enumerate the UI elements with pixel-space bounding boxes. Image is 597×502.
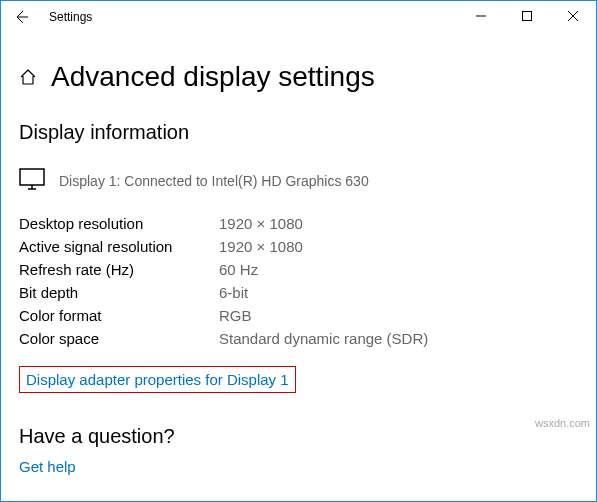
minimize-icon <box>476 11 486 21</box>
info-label: Refresh rate (Hz) <box>19 258 219 281</box>
info-value: RGB <box>219 304 428 327</box>
info-value: 1920 × 1080 <box>219 212 428 235</box>
table-row: Desktop resolution 1920 × 1080 <box>19 212 428 235</box>
question-section: Have a question? Get help <box>19 425 578 476</box>
question-title: Have a question? <box>19 425 578 448</box>
info-value: Standard dynamic range (SDR) <box>219 327 428 350</box>
close-button[interactable] <box>550 1 596 31</box>
display-adapter-properties-link[interactable]: Display adapter properties for Display 1 <box>19 366 296 393</box>
monitor-icon <box>19 168 45 194</box>
page-header: Advanced display settings <box>19 61 578 93</box>
display-info-table: Desktop resolution 1920 × 1080 Active si… <box>19 212 428 350</box>
info-value: 6-bit <box>219 281 428 304</box>
display-info-title: Display information <box>19 121 578 144</box>
titlebar: Settings <box>1 1 596 33</box>
table-row: Color space Standard dynamic range (SDR) <box>19 327 428 350</box>
home-icon <box>19 68 37 86</box>
maximize-icon <box>522 11 532 21</box>
table-row: Bit depth 6-bit <box>19 281 428 304</box>
info-label: Color format <box>19 304 219 327</box>
svg-rect-1 <box>20 169 44 185</box>
info-label: Desktop resolution <box>19 212 219 235</box>
page-title: Advanced display settings <box>51 61 375 93</box>
display-connection-text: Display 1: Connected to Intel(R) HD Grap… <box>59 173 369 189</box>
info-value: 60 Hz <box>219 258 428 281</box>
svg-rect-0 <box>523 12 532 21</box>
table-row: Refresh rate (Hz) 60 Hz <box>19 258 428 281</box>
minimize-button[interactable] <box>458 1 504 31</box>
home-button[interactable] <box>19 68 37 86</box>
content-area: Advanced display settings Display inform… <box>1 61 596 476</box>
info-value: 1920 × 1080 <box>219 235 428 258</box>
info-label: Active signal resolution <box>19 235 219 258</box>
table-row: Color format RGB <box>19 304 428 327</box>
table-row: Active signal resolution 1920 × 1080 <box>19 235 428 258</box>
watermark: wsxdn.com <box>535 417 590 429</box>
app-title: Settings <box>49 10 92 24</box>
get-help-link[interactable]: Get help <box>19 458 76 475</box>
back-button[interactable] <box>11 7 31 27</box>
arrow-left-icon <box>13 9 29 25</box>
info-label: Bit depth <box>19 281 219 304</box>
close-icon <box>568 11 578 21</box>
info-label: Color space <box>19 327 219 350</box>
maximize-button[interactable] <box>504 1 550 31</box>
display-connection-row: Display 1: Connected to Intel(R) HD Grap… <box>19 168 578 194</box>
titlebar-left: Settings <box>1 7 92 27</box>
window-controls <box>458 1 596 31</box>
